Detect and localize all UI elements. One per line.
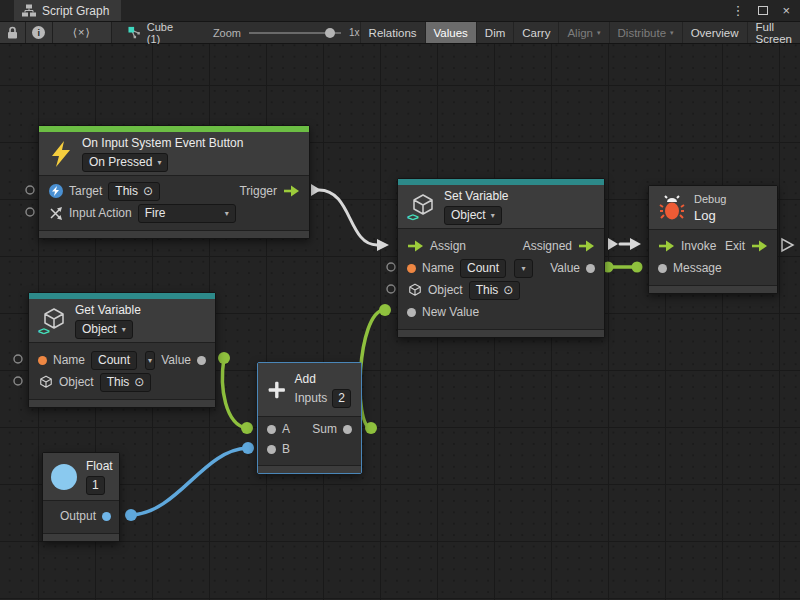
setvar-object-row: Object This ⊙ (398, 279, 604, 301)
new-value-label: New Value (422, 305, 479, 319)
setvar-name-port[interactable] (387, 263, 395, 271)
input-action-label: Input Action (69, 206, 132, 220)
overview-button[interactable]: Overview (682, 22, 747, 43)
node-on-input-system-event-button[interactable]: On Input System Event Button On Pressed … (38, 125, 310, 239)
info-button[interactable]: i (26, 22, 53, 43)
wire-trigger-assign-arrowhead (377, 239, 389, 251)
name-port-dot[interactable] (407, 264, 416, 273)
graph-canvas[interactable]: On Input System Event Button On Pressed … (0, 44, 800, 600)
fullscreen-label: Full Screen (756, 21, 792, 45)
add-node-body: A Sum B (258, 417, 361, 465)
add-inputs-group: Inputs 2 (295, 389, 351, 408)
debug-node-body: Invoke Exit Message (649, 230, 777, 285)
zoom-label: Zoom (213, 27, 241, 39)
close-icon[interactable]: × (782, 4, 790, 17)
input-system-icon (48, 184, 63, 198)
float-node-header: Float 1 (43, 453, 119, 501)
event-node-footer (39, 230, 309, 238)
setvar-newvalue-row: New Value (398, 301, 604, 323)
values-label: Values (434, 27, 468, 39)
carry-button[interactable]: Carry (513, 22, 558, 43)
node-title: Log (694, 208, 716, 223)
name-label: Name (53, 353, 85, 367)
node-debug-log[interactable]: Debug Log Invoke Exit Message (648, 185, 778, 294)
flow-arrow-icon[interactable] (283, 185, 300, 197)
node-get-variable[interactable]: <> Get Variable Object ▾ Name Count ▾ Va… (28, 292, 216, 408)
lightning-icon (49, 140, 73, 168)
value-port-dot[interactable] (197, 356, 206, 365)
setvar-kind-value: Object (451, 208, 486, 223)
setvar-name-row: Name Count ▾ Value (398, 257, 604, 279)
b-port-dot[interactable] (267, 445, 276, 454)
a-port-dot[interactable] (267, 425, 276, 434)
event-state-dropdown[interactable]: On Pressed ▾ (82, 153, 168, 172)
getvar-object-port[interactable] (14, 377, 22, 385)
float-value: 1 (92, 478, 99, 493)
event-target-port[interactable] (26, 186, 34, 194)
inputs-label: Inputs (295, 391, 328, 405)
menu-dots-icon[interactable]: ⋮ (731, 4, 744, 17)
output-port-dot[interactable] (102, 512, 111, 521)
new-value-port-dot[interactable] (407, 308, 416, 317)
target-label: Target (69, 184, 102, 198)
fullscreen-button[interactable]: Full Screen (747, 22, 800, 43)
setvar-kind-dropdown[interactable]: Object ▾ (444, 206, 502, 225)
inputs-count-field[interactable]: 2 (332, 389, 351, 408)
flow-arrow-icon[interactable] (578, 240, 595, 252)
node-add[interactable]: Add Inputs 2 A Sum B (257, 362, 362, 474)
align-button[interactable]: Align ▾ (558, 22, 608, 43)
object-chip[interactable]: This ⊙ (469, 281, 521, 300)
graph-context[interactable]: Cube (1) (128, 22, 187, 43)
name-chip[interactable]: Count (91, 351, 137, 370)
assigned-output-port[interactable] (608, 238, 618, 250)
flow-arrow-icon[interactable] (658, 240, 675, 252)
value-label: Value (550, 261, 580, 275)
exit-label: Exit (725, 239, 745, 253)
target-icon: ⊙ (134, 375, 144, 390)
node-float[interactable]: Float 1 Output (42, 452, 120, 542)
lock-button[interactable] (0, 22, 26, 43)
event-action-port[interactable] (26, 208, 34, 216)
node-title: Set Variable (444, 189, 508, 203)
target-chip[interactable]: This ⊙ (108, 182, 160, 201)
window-controls: ⋮ × (731, 0, 800, 21)
relations-button[interactable]: Relations (360, 22, 425, 43)
setvar-node-header: <> Set Variable Object ▾ (398, 185, 604, 229)
getvar-node-footer (29, 399, 215, 407)
overview-label: Overview (691, 27, 739, 39)
getvar-kind-dropdown[interactable]: Object ▾ (75, 320, 133, 339)
tab-label: Script Graph (42, 4, 109, 18)
getvar-name-port[interactable] (14, 355, 22, 363)
sum-port-dot[interactable] (343, 425, 352, 434)
values-button[interactable]: Values (425, 22, 476, 43)
name-dropdown-button[interactable]: ▾ (145, 351, 155, 370)
object-chip[interactable]: This ⊙ (100, 373, 152, 392)
tab-script-graph[interactable]: Script Graph (14, 0, 121, 21)
message-port-dot[interactable] (658, 264, 667, 273)
name-chip[interactable]: Count (460, 259, 506, 278)
debug-exit-port[interactable] (782, 239, 793, 251)
event-state-value: On Pressed (89, 155, 152, 170)
zoom-slider-handle[interactable] (325, 28, 335, 38)
setvar-object-port[interactable] (387, 285, 395, 293)
dim-label: Dim (485, 27, 505, 39)
relations-label: Relations (369, 27, 417, 39)
value-port-dot[interactable] (586, 264, 595, 273)
flow-arrow-icon[interactable] (751, 240, 768, 252)
getvar-kind-value: Object (82, 322, 117, 337)
dim-button[interactable]: Dim (476, 22, 513, 43)
maximize-icon[interactable] (758, 6, 768, 15)
node-set-variable[interactable]: <> Set Variable Object ▾ Assign Assigned (397, 178, 605, 338)
breadcrumb-nav-button[interactable]: ⟨×⟩ (53, 22, 112, 43)
input-action-dropdown[interactable]: Fire ▾ (138, 204, 236, 223)
flow-arrow-icon[interactable] (407, 240, 424, 252)
name-dropdown-button[interactable]: ▾ (514, 259, 533, 278)
target-value: This (115, 184, 138, 199)
toolbar-buttons: Relations Values Dim Carry Align ▾ Distr… (360, 22, 800, 43)
name-port-dot[interactable] (38, 356, 47, 365)
chevron-down-icon: ▾ (148, 356, 152, 365)
float-value-field[interactable]: 1 (86, 476, 105, 495)
distribute-button[interactable]: Distribute ▾ (609, 22, 682, 43)
lock-icon (7, 26, 18, 39)
zoom-slider[interactable] (249, 27, 341, 39)
